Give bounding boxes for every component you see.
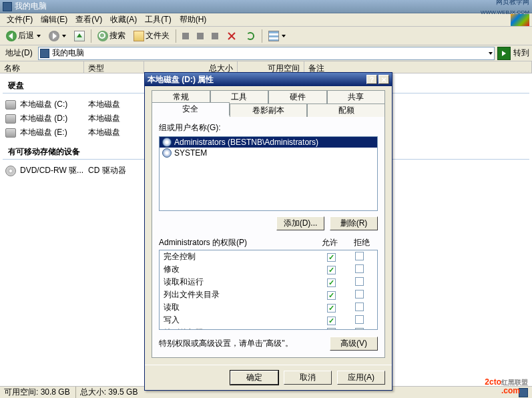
status-free: 可用空间: 30.8 GB: [4, 387, 70, 398]
window-titlebar: 我的电脑 网页教学网 WWW.WEBJX.COM: [0, 0, 532, 13]
permission-row: 修改: [160, 263, 377, 276]
item-type: 本地磁盘: [88, 127, 120, 138]
menu-favorites[interactable]: 收藏(A): [106, 13, 141, 27]
computer-icon: [3, 2, 12, 11]
address-label: 地址(D): [3, 47, 35, 59]
folders-icon: [134, 31, 144, 41]
back-arrow-icon: [6, 31, 17, 41]
forward-button[interactable]: [45, 29, 69, 43]
user-list-item[interactable]: Administrators (BESTNB\Administrators): [160, 137, 377, 148]
permission-name: 读取和运行: [164, 276, 317, 288]
refresh-icon: [246, 32, 254, 40]
tab-配额[interactable]: 配额: [307, 104, 385, 117]
item-name: 本地磁盘 (C:): [20, 99, 84, 110]
deny-checkbox[interactable]: [355, 303, 364, 311]
advanced-button[interactable]: 高级(V): [330, 337, 378, 351]
group-users-label: 组或用户名称(G):: [159, 122, 378, 134]
deny-checkbox[interactable]: [355, 290, 364, 298]
item-name: 本地磁盘 (D:): [20, 113, 84, 124]
go-button[interactable]: [497, 47, 511, 60]
properties-dialog: 本地磁盘 (D:) 属性 ? ✕ 常规工具硬件共享 安全卷影副本配额 组或用户名…: [144, 72, 392, 391]
generic-icon: [212, 33, 218, 39]
menu-view[interactable]: 查看(V): [71, 13, 106, 27]
go-label[interactable]: 转到: [513, 47, 529, 59]
help-button[interactable]: ?: [366, 75, 377, 84]
permission-name: 特别的权限: [164, 327, 317, 330]
col-totalsize[interactable]: 总大小: [144, 61, 238, 73]
up-folder-icon: [74, 31, 85, 41]
tab-panel-security: 组或用户名称(G): Administrators (BESTNB\Admini…: [152, 115, 385, 358]
deny-checkbox[interactable]: [355, 264, 364, 273]
col-type[interactable]: 类型: [84, 61, 144, 73]
chevron-down-icon[interactable]: [489, 52, 493, 55]
permission-row: 完全控制: [160, 250, 377, 263]
permission-row: 写入: [160, 314, 377, 327]
disk-drive-icon: [5, 114, 16, 124]
user-group-icon: [162, 138, 172, 147]
allow-checkbox[interactable]: [327, 291, 336, 300]
tab-共享[interactable]: 共享: [327, 90, 386, 104]
allow-checkbox[interactable]: [327, 278, 336, 287]
item-name: DVD/CD-RW 驱...: [20, 165, 84, 176]
apply-button[interactable]: 应用(A): [337, 371, 385, 385]
deny-checkbox[interactable]: [355, 315, 364, 324]
allow-checkbox[interactable]: [327, 317, 336, 325]
cancel-button[interactable]: 取消: [284, 371, 332, 385]
tool-button-2[interactable]: [194, 31, 207, 41]
add-button[interactable]: 添加(D)...: [276, 216, 324, 230]
permission-name: 修改: [164, 264, 317, 275]
tab-常规[interactable]: 常规: [152, 90, 210, 104]
search-button[interactable]: 搜索: [94, 28, 129, 43]
allow-checkbox[interactable]: [327, 266, 336, 274]
toolbar: 后退 搜索 文件夹: [0, 27, 532, 45]
address-input[interactable]: 我的电脑: [38, 47, 495, 60]
col-note[interactable]: 备注: [304, 61, 532, 73]
allow-checkbox[interactable]: [327, 253, 336, 262]
users-listbox[interactable]: Administrators (BESTNB\Administrators)SY…: [159, 136, 378, 211]
dialog-titlebar[interactable]: 本地磁盘 (D:) 属性 ? ✕: [145, 73, 392, 86]
menu-edit[interactable]: 编辑(E): [37, 13, 71, 27]
deny-checkbox[interactable]: [355, 328, 364, 331]
allow-checkbox[interactable]: [327, 304, 336, 313]
address-value: 我的电脑: [52, 47, 84, 59]
views-button[interactable]: [265, 29, 289, 43]
col-free[interactable]: 可用空间: [238, 61, 304, 73]
separator: [91, 29, 91, 43]
permissions-label: Administrators 的权限(P): [159, 237, 314, 248]
menu-tools[interactable]: 工具(T): [141, 13, 175, 27]
user-name: SYSTEM: [174, 148, 207, 158]
deny-checkbox[interactable]: [355, 252, 364, 260]
menu-bar: 文件(F) 编辑(E) 查看(V) 收藏(A) 工具(T) 帮助(H): [0, 13, 532, 27]
col-name[interactable]: 名称: [0, 61, 84, 73]
delete-button[interactable]: [223, 29, 240, 43]
tab-卷影副本[interactable]: 卷影副本: [230, 104, 308, 117]
allow-checkbox[interactable]: [327, 328, 336, 331]
tool-button-1[interactable]: [179, 31, 192, 41]
corner-text: 网页教学网: [496, 0, 529, 5]
item-type: 本地磁盘: [88, 99, 120, 110]
menu-help[interactable]: 帮助(H): [176, 13, 211, 27]
dialog-title: 本地磁盘 (D:) 属性: [148, 74, 366, 85]
refresh-button[interactable]: [242, 29, 259, 43]
folders-button[interactable]: 文件夹: [130, 28, 173, 43]
remove-button[interactable]: 删除(R): [330, 216, 378, 230]
tab-硬件[interactable]: 硬件: [268, 90, 327, 104]
computer-icon: [40, 49, 49, 58]
back-button[interactable]: 后退: [3, 28, 44, 43]
deny-header: 拒绝: [346, 237, 378, 248]
tab-安全[interactable]: 安全: [152, 102, 230, 116]
chevron-down-icon: [282, 35, 286, 37]
tab-工具[interactable]: 工具: [210, 90, 269, 104]
deny-checkbox[interactable]: [355, 277, 364, 286]
menu-file[interactable]: 文件(F): [3, 13, 37, 27]
up-button[interactable]: [71, 29, 88, 43]
disk-drive-icon: [5, 128, 16, 138]
watermark: 2cto 红黑联盟 .com: [485, 377, 528, 395]
views-icon: [268, 31, 279, 41]
ok-button[interactable]: 确定: [230, 371, 278, 385]
permissions-listbox[interactable]: 完全控制修改读取和运行列出文件夹目录读取写入特别的权限: [159, 250, 378, 330]
user-list-item[interactable]: SYSTEM: [160, 148, 377, 158]
close-button[interactable]: ✕: [378, 75, 389, 84]
tool-button-3[interactable]: [208, 31, 222, 41]
separator: [176, 29, 176, 43]
